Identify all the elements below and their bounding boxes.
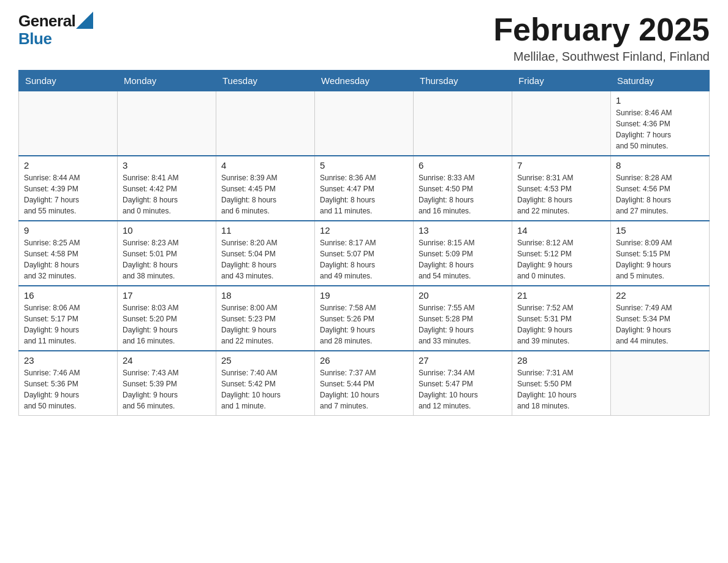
calendar-cell: 23Sunrise: 7:46 AM Sunset: 5:36 PM Dayli… bbox=[19, 351, 118, 416]
calendar-cell: 16Sunrise: 8:06 AM Sunset: 5:17 PM Dayli… bbox=[19, 286, 118, 351]
logo-general-text: General bbox=[18, 12, 75, 30]
day-number: 12 bbox=[320, 225, 408, 236]
calendar-day-header: Tuesday bbox=[216, 71, 315, 91]
day-info: Sunrise: 7:46 AM Sunset: 5:36 PM Dayligh… bbox=[24, 367, 112, 412]
day-number: 26 bbox=[320, 355, 408, 366]
day-info: Sunrise: 7:55 AM Sunset: 5:28 PM Dayligh… bbox=[419, 302, 507, 347]
day-number: 14 bbox=[517, 225, 605, 236]
calendar-cell: 20Sunrise: 7:55 AM Sunset: 5:28 PM Dayli… bbox=[414, 286, 512, 351]
day-info: Sunrise: 7:49 AM Sunset: 5:34 PM Dayligh… bbox=[616, 302, 704, 347]
day-info: Sunrise: 8:00 AM Sunset: 5:23 PM Dayligh… bbox=[221, 302, 309, 347]
calendar-cell: 21Sunrise: 7:52 AM Sunset: 5:31 PM Dayli… bbox=[512, 286, 611, 351]
day-info: Sunrise: 8:36 AM Sunset: 4:47 PM Dayligh… bbox=[320, 172, 408, 216]
day-number: 9 bbox=[24, 225, 112, 236]
day-number: 8 bbox=[616, 160, 704, 170]
page-header: General Blue February 2025 Mellilae, Sou… bbox=[18, 12, 710, 64]
day-info: Sunrise: 8:06 AM Sunset: 5:17 PM Dayligh… bbox=[24, 302, 112, 347]
calendar-cell: 26Sunrise: 7:37 AM Sunset: 5:44 PM Dayli… bbox=[315, 351, 414, 416]
calendar-cell: 27Sunrise: 7:34 AM Sunset: 5:47 PM Dayli… bbox=[414, 351, 512, 416]
day-number: 18 bbox=[221, 290, 309, 301]
logo-blue-text: Blue bbox=[18, 30, 93, 48]
day-info: Sunrise: 8:12 AM Sunset: 5:12 PM Dayligh… bbox=[517, 237, 605, 282]
day-number: 7 bbox=[517, 160, 605, 170]
calendar-cell: 22Sunrise: 7:49 AM Sunset: 5:34 PM Dayli… bbox=[611, 286, 710, 351]
day-info: Sunrise: 8:09 AM Sunset: 5:15 PM Dayligh… bbox=[616, 237, 704, 282]
day-number: 2 bbox=[24, 160, 112, 170]
day-info: Sunrise: 8:25 AM Sunset: 4:58 PM Dayligh… bbox=[24, 237, 112, 282]
calendar-cell: 13Sunrise: 8:15 AM Sunset: 5:09 PM Dayli… bbox=[414, 221, 512, 286]
calendar-day-header: Friday bbox=[512, 71, 611, 91]
day-number: 19 bbox=[320, 290, 408, 301]
day-info: Sunrise: 8:20 AM Sunset: 5:04 PM Dayligh… bbox=[221, 237, 309, 282]
calendar-cell: 9Sunrise: 8:25 AM Sunset: 4:58 PM Daylig… bbox=[19, 221, 118, 286]
day-info: Sunrise: 7:31 AM Sunset: 5:50 PM Dayligh… bbox=[517, 367, 605, 412]
calendar-cell: 15Sunrise: 8:09 AM Sunset: 5:15 PM Dayli… bbox=[611, 221, 710, 286]
main-title: February 2025 bbox=[493, 12, 710, 47]
day-number: 3 bbox=[123, 160, 211, 170]
calendar-cell: 19Sunrise: 7:58 AM Sunset: 5:26 PM Dayli… bbox=[315, 286, 414, 351]
calendar-cell: 1Sunrise: 8:46 AM Sunset: 4:36 PM Daylig… bbox=[611, 91, 710, 156]
calendar-week-row: 2Sunrise: 8:44 AM Sunset: 4:39 PM Daylig… bbox=[19, 156, 710, 221]
calendar-cell: 12Sunrise: 8:17 AM Sunset: 5:07 PM Dayli… bbox=[315, 221, 414, 286]
day-info: Sunrise: 8:33 AM Sunset: 4:50 PM Dayligh… bbox=[419, 172, 507, 216]
calendar-cell: 25Sunrise: 7:40 AM Sunset: 5:42 PM Dayli… bbox=[216, 351, 315, 416]
calendar-cell bbox=[611, 351, 710, 416]
calendar-cell: 6Sunrise: 8:33 AM Sunset: 4:50 PM Daylig… bbox=[414, 156, 512, 221]
calendar-header-row: SundayMondayTuesdayWednesdayThursdayFrid… bbox=[19, 71, 710, 91]
calendar-cell: 4Sunrise: 8:39 AM Sunset: 4:45 PM Daylig… bbox=[216, 156, 315, 221]
calendar-cell bbox=[414, 91, 512, 156]
calendar-cell bbox=[118, 91, 216, 156]
day-number: 21 bbox=[517, 290, 605, 301]
day-number: 15 bbox=[616, 225, 704, 236]
calendar-cell bbox=[216, 91, 315, 156]
svg-marker-0 bbox=[76, 12, 93, 29]
day-number: 1 bbox=[616, 95, 704, 105]
calendar-cell: 7Sunrise: 8:31 AM Sunset: 4:53 PM Daylig… bbox=[512, 156, 611, 221]
day-info: Sunrise: 8:15 AM Sunset: 5:09 PM Dayligh… bbox=[419, 237, 507, 282]
day-number: 13 bbox=[419, 225, 507, 236]
day-info: Sunrise: 7:40 AM Sunset: 5:42 PM Dayligh… bbox=[221, 367, 309, 412]
day-info: Sunrise: 7:43 AM Sunset: 5:39 PM Dayligh… bbox=[123, 367, 211, 412]
day-number: 28 bbox=[517, 355, 605, 366]
calendar-table: SundayMondayTuesdayWednesdayThursdayFrid… bbox=[18, 70, 710, 416]
title-section: February 2025 Mellilae, Southwest Finlan… bbox=[493, 12, 710, 64]
day-info: Sunrise: 8:46 AM Sunset: 4:36 PM Dayligh… bbox=[616, 107, 704, 151]
day-number: 25 bbox=[221, 355, 309, 366]
calendar-week-row: 9Sunrise: 8:25 AM Sunset: 4:58 PM Daylig… bbox=[19, 221, 710, 286]
day-info: Sunrise: 7:58 AM Sunset: 5:26 PM Dayligh… bbox=[320, 302, 408, 347]
day-number: 22 bbox=[616, 290, 704, 301]
day-info: Sunrise: 8:31 AM Sunset: 4:53 PM Dayligh… bbox=[517, 172, 605, 216]
subtitle: Mellilae, Southwest Finland, Finland bbox=[493, 50, 710, 64]
calendar-cell: 24Sunrise: 7:43 AM Sunset: 5:39 PM Dayli… bbox=[118, 351, 216, 416]
calendar-cell: 3Sunrise: 8:41 AM Sunset: 4:42 PM Daylig… bbox=[118, 156, 216, 221]
day-number: 24 bbox=[123, 355, 211, 366]
logo-triangle-icon bbox=[76, 12, 93, 29]
day-number: 23 bbox=[24, 355, 112, 366]
day-info: Sunrise: 8:03 AM Sunset: 5:20 PM Dayligh… bbox=[123, 302, 211, 347]
day-info: Sunrise: 8:39 AM Sunset: 4:45 PM Dayligh… bbox=[221, 172, 309, 216]
day-number: 17 bbox=[123, 290, 211, 301]
calendar-week-row: 1Sunrise: 8:46 AM Sunset: 4:36 PM Daylig… bbox=[19, 91, 710, 156]
calendar-cell bbox=[315, 91, 414, 156]
calendar-cell bbox=[19, 91, 118, 156]
logo: General Blue bbox=[18, 12, 93, 47]
day-number: 6 bbox=[419, 160, 507, 170]
calendar-cell: 8Sunrise: 8:28 AM Sunset: 4:56 PM Daylig… bbox=[611, 156, 710, 221]
calendar-cell: 17Sunrise: 8:03 AM Sunset: 5:20 PM Dayli… bbox=[118, 286, 216, 351]
calendar-cell: 11Sunrise: 8:20 AM Sunset: 5:04 PM Dayli… bbox=[216, 221, 315, 286]
day-info: Sunrise: 8:41 AM Sunset: 4:42 PM Dayligh… bbox=[123, 172, 211, 216]
calendar-cell: 18Sunrise: 8:00 AM Sunset: 5:23 PM Dayli… bbox=[216, 286, 315, 351]
calendar-week-row: 16Sunrise: 8:06 AM Sunset: 5:17 PM Dayli… bbox=[19, 286, 710, 351]
calendar-cell: 14Sunrise: 8:12 AM Sunset: 5:12 PM Dayli… bbox=[512, 221, 611, 286]
day-number: 10 bbox=[123, 225, 211, 236]
calendar-day-header: Saturday bbox=[611, 71, 710, 91]
calendar-day-header: Sunday bbox=[19, 71, 118, 91]
day-info: Sunrise: 8:23 AM Sunset: 5:01 PM Dayligh… bbox=[123, 237, 211, 282]
day-number: 16 bbox=[24, 290, 112, 301]
calendar-day-header: Wednesday bbox=[315, 71, 414, 91]
calendar-cell: 10Sunrise: 8:23 AM Sunset: 5:01 PM Dayli… bbox=[118, 221, 216, 286]
calendar-week-row: 23Sunrise: 7:46 AM Sunset: 5:36 PM Dayli… bbox=[19, 351, 710, 416]
calendar-cell: 28Sunrise: 7:31 AM Sunset: 5:50 PM Dayli… bbox=[512, 351, 611, 416]
calendar-cell bbox=[512, 91, 611, 156]
day-number: 11 bbox=[221, 225, 309, 236]
